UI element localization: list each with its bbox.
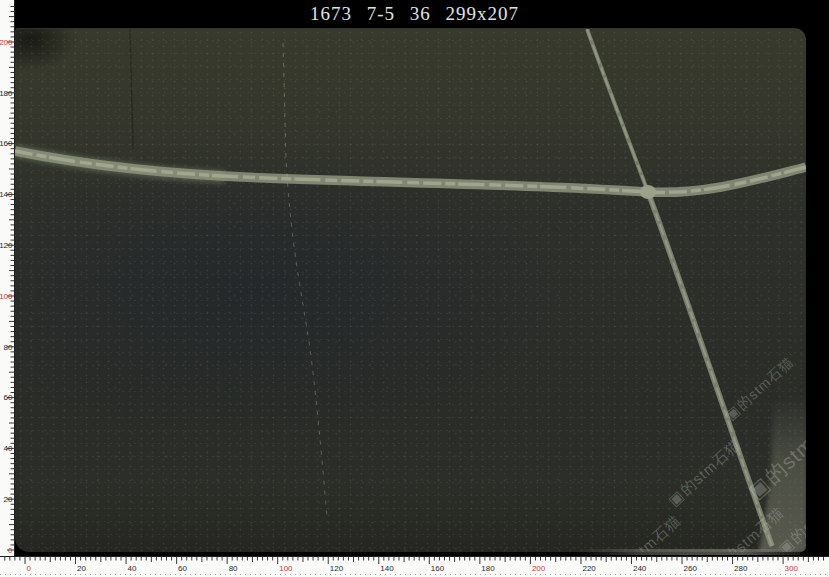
ruler-label: 280	[734, 564, 748, 573]
slab-title: 1673 7-5 36 299x207	[310, 3, 519, 25]
vertical-ruler-scale: 020406080100120140160180200	[0, 0, 15, 556]
vertical-ruler: 020406080100120140160180200	[0, 0, 15, 556]
ruler-label: 200	[532, 564, 546, 573]
vein-overlay	[15, 29, 806, 552]
ruler-label: 40	[128, 564, 137, 573]
ruler-label: 120	[330, 564, 344, 573]
ruler-label: 0	[27, 564, 32, 573]
ruler-label: 20	[77, 564, 86, 573]
ruler-label: 240	[633, 564, 647, 573]
ruler-label: 120	[0, 241, 13, 250]
ruler-label: 100	[0, 292, 13, 301]
ruler-label: 60	[178, 564, 187, 573]
scratch-line	[283, 43, 327, 516]
horizontal-ruler: 0204060801001201401601802002202402602803…	[0, 556, 829, 577]
ruler-label: 80	[229, 564, 238, 573]
ruler-label: 0	[8, 546, 13, 555]
slab-scan-viewer: 1673 7-5 36 299x207	[0, 0, 829, 577]
ruler-label: 300	[785, 564, 799, 573]
horizontal-ruler-scale: 0204060801001201401601802002202402602803…	[0, 556, 829, 577]
ruler-label: 140	[380, 564, 394, 573]
ruler-label: 20	[4, 495, 13, 504]
ruler-label: 160	[431, 564, 445, 573]
ruler-label: 140	[0, 190, 13, 199]
title-bar: 1673 7-5 36 299x207	[0, 0, 829, 28]
ruler-label: 180	[0, 89, 13, 98]
seam-line	[130, 29, 133, 149]
slab-image: ▣的stm石猫▣的stm石猫▣的stm石猫▣的stm石猫▣的stm石猫▣的stm…	[15, 28, 806, 552]
ruler-label: 160	[0, 139, 13, 148]
ruler-label: 40	[4, 444, 13, 453]
vein-intersection	[640, 185, 656, 199]
table-edge-sliver	[575, 549, 800, 555]
ruler-label: 100	[279, 564, 293, 573]
ruler-label: 180	[481, 564, 495, 573]
ruler-label: 80	[4, 343, 13, 352]
ruler-label: 60	[4, 393, 13, 402]
ruler-label: 260	[684, 564, 698, 573]
ruler-label: 200	[0, 38, 13, 47]
ruler-label: 220	[582, 564, 596, 573]
